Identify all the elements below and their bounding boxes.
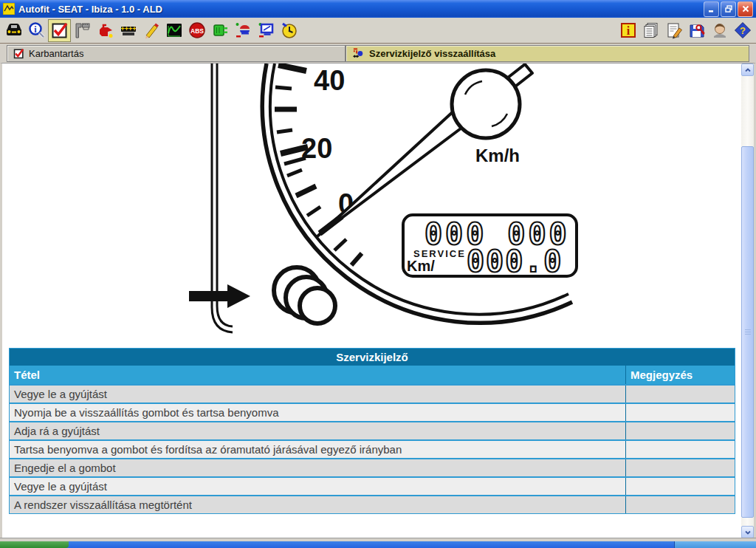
checkbox-checked-icon bbox=[13, 48, 24, 59]
minimize-button[interactable] bbox=[704, 1, 719, 17]
toolbar-button-brakes-abs[interactable]: ABS bbox=[185, 19, 208, 42]
row-note bbox=[625, 478, 735, 495]
row-item: Tartsa benyomva a gombot és fordítsa az … bbox=[10, 443, 625, 456]
reset-button-drawing bbox=[274, 267, 335, 323]
table-row: Nyomja be a visszaállítás gombot és tart… bbox=[10, 403, 735, 421]
toolbar-button-wiring-diagram[interactable] bbox=[254, 19, 277, 42]
scroll-up-button[interactable] bbox=[741, 64, 754, 76]
table-title: Szervizkijelző bbox=[10, 349, 735, 366]
content-area: 40 20 0 Km/h 000 000 SERVICE Km/ 000.0 S… bbox=[0, 63, 756, 538]
row-note bbox=[625, 441, 735, 458]
service-table: Szervizkijelző Tétel Megjegyzés Vegye le… bbox=[9, 348, 735, 514]
toolbar-button-vehicle[interactable] bbox=[2, 19, 25, 42]
toolbar-button-diagnostics[interactable] bbox=[162, 19, 185, 42]
km-label: Km/ bbox=[407, 258, 435, 274]
edit-note-icon bbox=[665, 21, 683, 39]
reset-knob bbox=[452, 70, 520, 138]
row-item: Nyomja be a visszaállítás gombot és tart… bbox=[10, 406, 625, 419]
maintenance-checkbox-icon bbox=[51, 21, 69, 39]
restore-button[interactable] bbox=[721, 1, 736, 17]
engine-timing-icon: ++++ bbox=[120, 21, 137, 39]
vehicle-car-icon bbox=[5, 21, 23, 39]
tab-label: Szervizkijelző visszaállítása bbox=[369, 48, 495, 59]
column-header-megjegyzes: Megjegyzés bbox=[625, 366, 735, 384]
speed-label-40: 40 bbox=[314, 65, 345, 96]
toolbar-button-identify[interactable]: i bbox=[25, 19, 48, 42]
toolbar-button-engine-timing[interactable]: ++++ bbox=[117, 19, 140, 42]
window-title: Autofit - SEAT - Ibiza - 1.0 - ALD bbox=[18, 4, 162, 15]
toolbar-button-documents[interactable] bbox=[639, 19, 662, 42]
speed-label-20: 20 bbox=[301, 133, 332, 164]
table-row: A rendszer visszaállítása megtörtént bbox=[10, 495, 735, 513]
table-row: Engedje el a gombot bbox=[10, 458, 735, 476]
toolbar-button-lubricants[interactable] bbox=[94, 19, 117, 42]
wiring-diagram-monitor-icon bbox=[257, 21, 275, 39]
reset-indicator-icon bbox=[352, 47, 365, 60]
toolbar-button-edit-note[interactable] bbox=[662, 19, 685, 42]
toolbar-button-notes[interactable] bbox=[140, 19, 162, 42]
toolbar-button-technical-data[interactable] bbox=[71, 19, 94, 42]
toolbar-button-save-security[interactable] bbox=[685, 19, 708, 42]
table-rows: Vegye le a gyújtást Nyomja be a visszaál… bbox=[10, 384, 735, 513]
table-row: Tartsa benyomva a gombot és fordítsa az … bbox=[10, 439, 735, 458]
tab-label: Karbantartás bbox=[29, 48, 83, 59]
tab-bar: Karbantartás Szervizkijelző visszaállítá… bbox=[0, 44, 756, 63]
arrow-icon bbox=[189, 284, 250, 308]
svg-text:i: i bbox=[626, 24, 630, 37]
scroll-down-button[interactable] bbox=[741, 526, 754, 538]
identify-magnifier-info-icon: i bbox=[28, 21, 46, 39]
start-button[interactable] bbox=[0, 541, 69, 548]
svg-text:++++: ++++ bbox=[120, 25, 136, 32]
help-icon: ? bbox=[734, 21, 752, 39]
technical-data-caliper-icon bbox=[74, 21, 92, 39]
toolbar-button-ignition[interactable] bbox=[231, 19, 254, 42]
row-note bbox=[625, 459, 735, 476]
window-controls bbox=[704, 1, 753, 17]
table-row: Vegye le a gyújtást bbox=[10, 476, 735, 495]
toolbar-button-electrics[interactable] bbox=[208, 19, 231, 42]
brakes-abs-icon: ABS bbox=[188, 21, 206, 39]
chevron-down-icon bbox=[744, 529, 752, 536]
service-times-clock-icon bbox=[280, 21, 298, 39]
row-item: Engedje el a gombot bbox=[10, 462, 625, 474]
scrollbar-thumb[interactable] bbox=[741, 146, 754, 518]
toolbar-button-service-times[interactable] bbox=[277, 19, 300, 42]
row-note bbox=[625, 386, 735, 403]
tab-karbantartas[interactable]: Karbantartás bbox=[7, 45, 346, 62]
row-item: Vegye le a gyújtást bbox=[10, 480, 625, 493]
row-note bbox=[625, 496, 735, 513]
restore-icon bbox=[724, 4, 733, 13]
row-item: Adja rá a gyújtást bbox=[10, 425, 625, 437]
diagnostics-oscilloscope-icon bbox=[165, 21, 183, 39]
vertical-scrollbar[interactable] bbox=[741, 64, 754, 538]
close-button[interactable] bbox=[738, 1, 753, 17]
contact-person-icon bbox=[711, 21, 729, 39]
svg-text:?: ? bbox=[740, 25, 746, 36]
toolbar: i ++++ bbox=[0, 18, 756, 44]
row-item: Vegye le a gyújtást bbox=[10, 388, 625, 400]
toolbar-button-help[interactable]: ? bbox=[731, 19, 754, 42]
tab-szervizkijelzo-visszaallitasa[interactable]: Szervizkijelző visszaállítása bbox=[346, 45, 749, 62]
service-indicator-diagram: 40 20 0 Km/h 000 000 SERVICE Km/ 000.0 bbox=[2, 64, 738, 348]
row-item: A rendszer visszaállítása megtörtént bbox=[10, 499, 625, 511]
lubricants-oil-can-icon bbox=[97, 21, 114, 39]
svg-text:ABS: ABS bbox=[190, 27, 204, 35]
unit-label: Km/h bbox=[475, 145, 520, 165]
column-header-tetel: Tétel bbox=[10, 369, 625, 381]
title-bar: Autofit - SEAT - Ibiza - 1.0 - ALD bbox=[0, 0, 756, 18]
table-row: Vegye le a gyújtást bbox=[10, 384, 735, 403]
close-icon bbox=[741, 4, 750, 13]
info-icon: i bbox=[619, 21, 637, 39]
electrics-connector-icon bbox=[211, 21, 229, 39]
toolbar-button-contact[interactable] bbox=[708, 19, 731, 42]
system-tray bbox=[674, 541, 756, 548]
ignition-icon bbox=[234, 21, 252, 39]
toolbar-button-info[interactable]: i bbox=[616, 19, 639, 42]
chevron-up-icon bbox=[744, 66, 752, 74]
row-note bbox=[625, 422, 735, 439]
app-logo-icon bbox=[3, 3, 15, 15]
table-column-header: Tétel Megjegyzés bbox=[10, 366, 735, 384]
table-row: Adja rá a gyújtást bbox=[10, 421, 735, 439]
toolbar-button-maintenance[interactable] bbox=[48, 19, 71, 42]
save-security-key-icon bbox=[688, 21, 706, 39]
